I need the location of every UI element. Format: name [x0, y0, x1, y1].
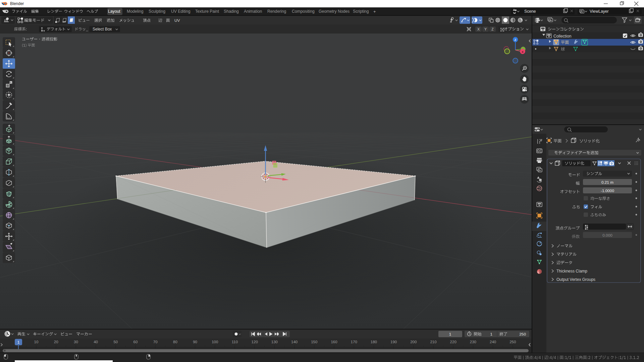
- svg-text:UV Editing: UV Editing: [171, 9, 191, 14]
- svg-text:Sculpting: Sculpting: [149, 9, 165, 14]
- svg-text:80: 80: [173, 340, 177, 344]
- svg-text:Modeling: Modeling: [127, 9, 143, 14]
- svg-text:Collection: Collection: [553, 34, 572, 39]
- svg-text:40: 40: [94, 340, 98, 344]
- svg-text:Y: Y: [484, 27, 487, 31]
- svg-text:0.21 m: 0.21 m: [601, 180, 613, 185]
- svg-text:Layout: Layout: [108, 9, 120, 14]
- svg-text:60: 60: [133, 340, 138, 344]
- svg-text:Z: Z: [515, 38, 517, 42]
- svg-text:160: 160: [331, 340, 337, 344]
- svg-text:ViewLayer: ViewLayer: [590, 9, 609, 14]
- svg-text:Thickness Clamp: Thickness Clamp: [556, 269, 587, 274]
- svg-text:Scripting: Scripting: [353, 9, 369, 14]
- svg-text:220: 220: [450, 340, 457, 344]
- svg-text:1: 1: [490, 332, 492, 337]
- svg-text:X: X: [477, 27, 480, 31]
- svg-text:Geometry Nodes: Geometry Nodes: [319, 9, 350, 14]
- svg-text:Select Box: Select Box: [93, 27, 112, 32]
- svg-text:200: 200: [410, 340, 417, 344]
- svg-text:140: 140: [291, 340, 298, 344]
- svg-text:1: 1: [17, 340, 20, 345]
- svg-text:10: 10: [34, 340, 39, 344]
- svg-text:Blender: Blender: [10, 1, 24, 6]
- svg-text:UV: UV: [174, 18, 180, 23]
- svg-text:+: +: [373, 9, 376, 14]
- svg-text:X: X: [522, 50, 524, 54]
- svg-text:70: 70: [153, 340, 158, 344]
- svg-text:210: 210: [430, 340, 436, 344]
- svg-text:110: 110: [232, 340, 238, 344]
- svg-text:250: 250: [509, 340, 516, 344]
- svg-text:30: 30: [74, 340, 78, 344]
- svg-text:100: 100: [212, 340, 218, 344]
- svg-text:Animation: Animation: [244, 9, 262, 14]
- svg-text:20: 20: [54, 340, 58, 344]
- svg-text:Scene: Scene: [524, 9, 536, 14]
- svg-text:0.000: 0.000: [602, 233, 612, 238]
- svg-text:50: 50: [113, 340, 118, 344]
- svg-text:190: 190: [390, 340, 397, 344]
- svg-text:Output Vertex Groups: Output Vertex Groups: [556, 277, 595, 282]
- svg-text:-1.0000: -1.0000: [601, 188, 614, 193]
- svg-text:1: 1: [449, 332, 451, 337]
- svg-text:170: 170: [351, 340, 357, 344]
- svg-text:Texture Paint: Texture Paint: [195, 9, 219, 14]
- svg-text:Compositing: Compositing: [292, 9, 315, 14]
- svg-text:150: 150: [311, 340, 317, 344]
- svg-text:130: 130: [271, 340, 278, 344]
- svg-text:230: 230: [470, 340, 476, 344]
- svg-text:250: 250: [519, 332, 526, 337]
- svg-text:120: 120: [252, 340, 258, 344]
- svg-text:Rendering: Rendering: [267, 9, 286, 14]
- svg-text:240: 240: [490, 340, 496, 344]
- svg-text:180: 180: [371, 340, 377, 344]
- svg-text:90: 90: [193, 340, 197, 344]
- svg-text:Z: Z: [491, 27, 494, 31]
- svg-text:Shading: Shading: [224, 9, 239, 14]
